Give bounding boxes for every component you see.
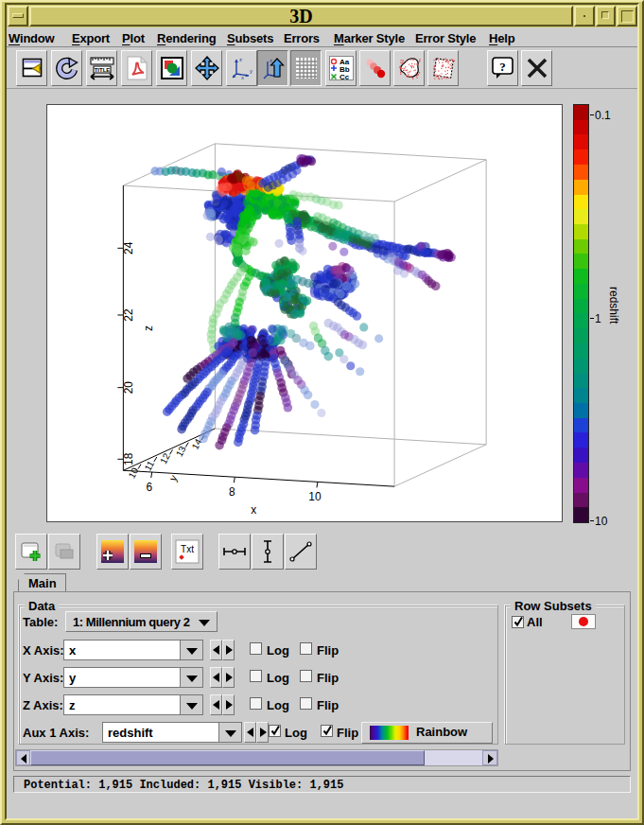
svg-text:10: 10 bbox=[308, 490, 322, 503]
svg-text:z: z bbox=[239, 57, 242, 62]
svg-text:Txt: Txt bbox=[181, 544, 194, 554]
svg-text:TITLE: TITLE bbox=[94, 67, 110, 73]
svg-text:x: x bbox=[241, 75, 244, 80]
svg-text:z: z bbox=[142, 325, 155, 331]
svg-text:Cc: Cc bbox=[339, 73, 350, 80]
svg-text:z: z bbox=[270, 58, 272, 63]
svg-text:x: x bbox=[251, 503, 256, 517]
svg-text:?: ? bbox=[499, 60, 506, 74]
svg-text:24: 24 bbox=[122, 241, 135, 255]
svg-text:18: 18 bbox=[122, 452, 135, 465]
svg-text:8: 8 bbox=[229, 485, 235, 499]
svg-text:6: 6 bbox=[146, 481, 152, 494]
svg-text:22: 22 bbox=[122, 308, 135, 322]
svg-text:y: y bbox=[250, 68, 252, 74]
svg-text:20: 20 bbox=[122, 381, 135, 395]
svg-text:y: y bbox=[167, 473, 180, 483]
